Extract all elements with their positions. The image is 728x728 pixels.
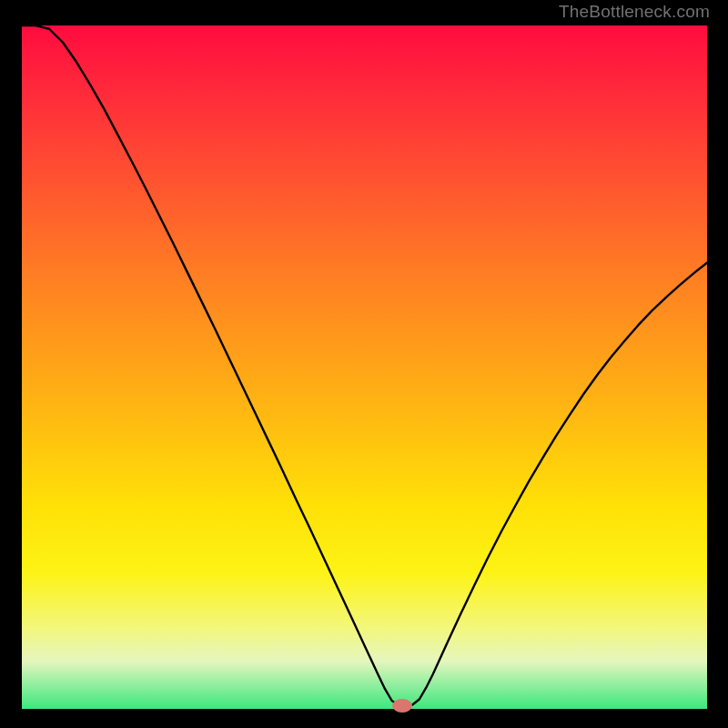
site-watermark: TheBottleneck.com	[559, 2, 710, 22]
chart-plot-area	[22, 25, 707, 709]
optimum-marker	[392, 699, 412, 713]
bottleneck-chart: TheBottleneck.com	[0, 0, 728, 728]
